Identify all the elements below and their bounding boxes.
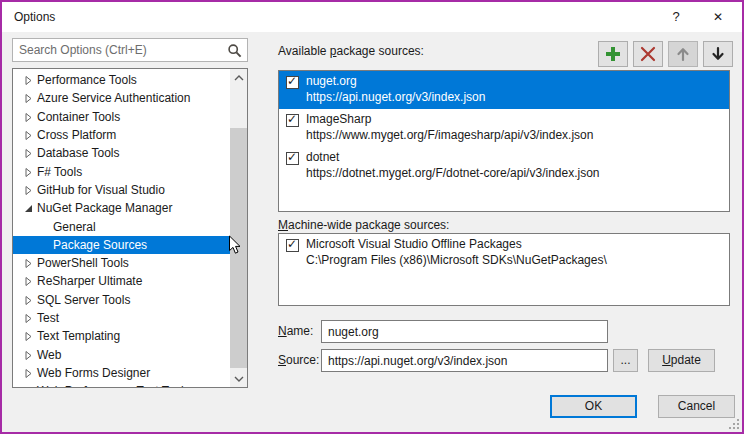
checkmark-icon: ✓: [287, 150, 297, 164]
tree-item-test[interactable]: Test: [13, 309, 230, 327]
tree-item-web-performance-test-tools[interactable]: Web Performance Test Tools: [13, 382, 230, 388]
available-sources-list: ✓ nuget.org https://api.nuget.org/v3/ind…: [278, 70, 730, 212]
tree-item-powershell-tools[interactable]: PowerShell Tools: [13, 254, 230, 272]
source-field[interactable]: [321, 349, 608, 372]
source-checkbox[interactable]: ✓: [286, 152, 299, 165]
dialog-title: Options: [14, 2, 55, 32]
tree-item-label: Package Sources: [53, 238, 147, 252]
browse-button[interactable]: ...: [613, 349, 638, 372]
arrow-down-icon: [710, 46, 726, 62]
options-dialog: Options ? ✕ Performance Tools Azure Serv…: [0, 0, 744, 434]
tree-item-resharper-ultimate[interactable]: ReSharper Ultimate: [13, 272, 230, 290]
tree-expander-icon[interactable]: [24, 167, 34, 177]
tree-item-cross-platform[interactable]: Cross Platform: [13, 126, 230, 144]
tree-item-label: Web Performance Test Tools: [37, 384, 190, 388]
tree-item-label: Test: [37, 311, 59, 325]
tree-expander-icon[interactable]: [24, 386, 34, 388]
source-name: ImageSharp: [306, 112, 371, 126]
help-button[interactable]: ?: [660, 2, 692, 32]
tree-items: Performance Tools Azure Service Authenti…: [13, 71, 230, 388]
source-checkbox[interactable]: ✓: [286, 76, 299, 89]
tree-item-text-templating[interactable]: Text Templating: [13, 327, 230, 345]
search-input[interactable]: [13, 39, 227, 61]
checkmark-icon: ✓: [287, 112, 297, 126]
tree-item-sql-server-tools[interactable]: SQL Server Tools: [13, 291, 230, 309]
tree-item-nuget-package-manager[interactable]: NuGet Package Manager: [13, 199, 230, 217]
tree-item-web-forms-designer[interactable]: Web Forms Designer: [13, 364, 230, 382]
tree-expander-icon[interactable]: [24, 148, 34, 158]
tree-item-label: SQL Server Tools: [37, 293, 130, 307]
close-button[interactable]: ✕: [702, 2, 734, 32]
update-button[interactable]: Update: [648, 349, 715, 372]
machine-sources-list: ✓ Microsoft Visual Studio Offline Packag…: [278, 233, 730, 306]
tree-expander-icon[interactable]: [24, 276, 34, 286]
source-url: C:\Program Files (x86)\Microsoft SDKs\Nu…: [306, 253, 607, 267]
tree-item-label: F# Tools: [37, 165, 82, 179]
remove-x-icon: [639, 45, 657, 63]
tree-item-label: NuGet Package Manager: [37, 201, 172, 215]
tree-item-container-tools[interactable]: Container Tools: [13, 108, 230, 126]
tree-item-label: PowerShell Tools: [37, 256, 129, 270]
tree-expander-icon[interactable]: [24, 93, 34, 103]
tree-item-label: GitHub for Visual Studio: [37, 183, 165, 197]
tree-item-general[interactable]: General: [13, 217, 230, 235]
package-source-row-imagesharp[interactable]: ✓ ImageSharp https://www.myget.org/F/ima…: [279, 109, 729, 147]
source-name: nuget.org: [306, 74, 357, 88]
tree-expander-icon[interactable]: [24, 331, 34, 341]
move-down-button[interactable]: [703, 41, 733, 67]
tree-expander-icon[interactable]: [24, 295, 34, 305]
source-checkbox[interactable]: ✓: [286, 239, 299, 252]
tree-item-label: Web Forms Designer: [37, 366, 150, 380]
tree-item-database-tools[interactable]: Database Tools: [13, 144, 230, 162]
cancel-button[interactable]: Cancel: [658, 395, 735, 418]
tree-expander-icon[interactable]: [24, 350, 34, 360]
search-icon[interactable]: [227, 43, 243, 59]
checkmark-icon: ✓: [287, 237, 297, 251]
add-source-button[interactable]: [598, 41, 628, 67]
ok-button[interactable]: OK: [550, 395, 637, 418]
tree-item-label: Web: [37, 348, 61, 362]
tree-expander-icon[interactable]: [24, 75, 34, 85]
scrollbar-up-icon[interactable]: [230, 69, 247, 86]
scrollbar-thumb[interactable]: [230, 128, 247, 368]
move-up-button[interactable]: [668, 41, 698, 67]
tree-expander-icon[interactable]: [24, 185, 34, 195]
name-field[interactable]: [321, 320, 608, 343]
tree-item-label: Performance Tools: [37, 73, 137, 87]
tree-item-label: Cross Platform: [37, 128, 116, 142]
scrollbar-down-icon[interactable]: [230, 370, 247, 387]
tree-expander-icon[interactable]: [24, 258, 34, 268]
package-source-row-microsoft-visual-studio-offline-packages[interactable]: ✓ Microsoft Visual Studio Offline Packag…: [279, 234, 729, 272]
source-name: dotnet: [306, 150, 339, 164]
tree-item-label: Azure Service Authentication: [37, 91, 190, 105]
tree-expander-icon[interactable]: [24, 130, 34, 140]
plus-icon: [604, 45, 622, 63]
arrow-up-icon: [675, 46, 691, 62]
options-tree: Performance Tools Azure Service Authenti…: [12, 68, 248, 388]
source-label: Source:: [278, 349, 319, 372]
package-source-row-dotnet[interactable]: ✓ dotnet https://dotnet.myget.org/F/dotn…: [279, 147, 729, 185]
tree-item-label: General: [53, 220, 96, 234]
tree-expander-icon[interactable]: [40, 222, 50, 232]
tree-scrollbar[interactable]: [230, 69, 247, 387]
remove-source-button[interactable]: [633, 41, 663, 67]
source-url: https://www.myget.org/F/imagesharp/api/v…: [306, 128, 593, 142]
resize-grip-icon[interactable]: [729, 419, 739, 429]
tree-item-performance-tools[interactable]: Performance Tools: [13, 71, 230, 89]
tree-item-azure-service-authentication[interactable]: Azure Service Authentication: [13, 89, 230, 107]
tree-item-package-sources[interactable]: Package Sources: [13, 236, 230, 254]
tree-expander-icon[interactable]: [40, 240, 50, 250]
tree-expander-icon[interactable]: [24, 313, 34, 323]
tree-expander-icon[interactable]: [24, 203, 34, 213]
tree-item-label: Container Tools: [37, 110, 120, 124]
tree-expander-icon[interactable]: [24, 368, 34, 378]
machine-sources-label: Machine-wide package sources:: [278, 218, 449, 232]
source-checkbox[interactable]: ✓: [286, 114, 299, 127]
tree-expander-icon[interactable]: [24, 112, 34, 122]
tree-item-web[interactable]: Web: [13, 345, 230, 363]
checkmark-icon: ✓: [287, 74, 297, 88]
tree-item-github-for-visual-studio[interactable]: GitHub for Visual Studio: [13, 181, 230, 199]
package-source-row-nuget-org[interactable]: ✓ nuget.org https://api.nuget.org/v3/ind…: [279, 71, 729, 109]
tree-item-f-tools[interactable]: F# Tools: [13, 162, 230, 180]
title-bar: Options ? ✕: [2, 2, 742, 32]
